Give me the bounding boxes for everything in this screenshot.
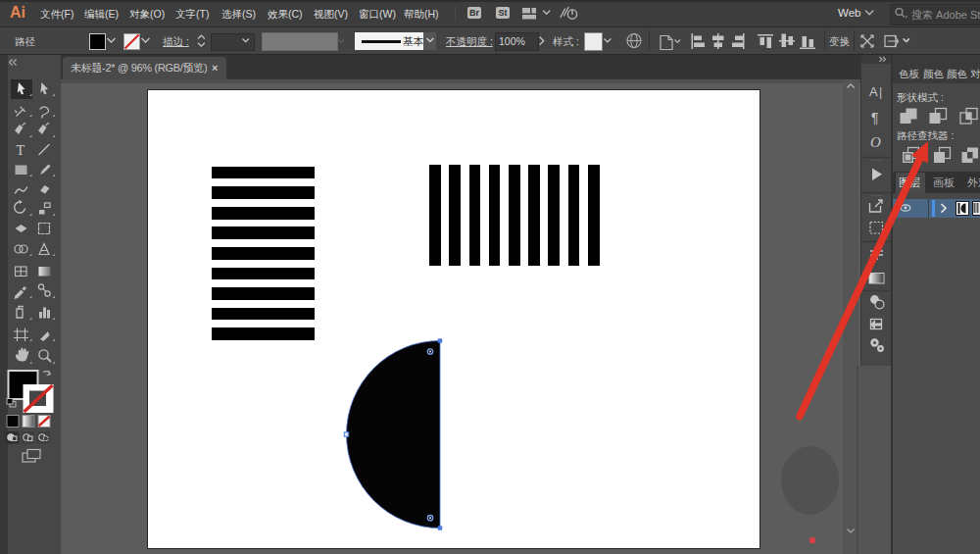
svg-text:|: | (879, 85, 882, 99)
svg-text:T: T (17, 143, 25, 158)
svg-text:A: A (869, 84, 878, 99)
svg-text:O: O (870, 134, 881, 150)
svg-text:¶: ¶ (871, 110, 879, 126)
